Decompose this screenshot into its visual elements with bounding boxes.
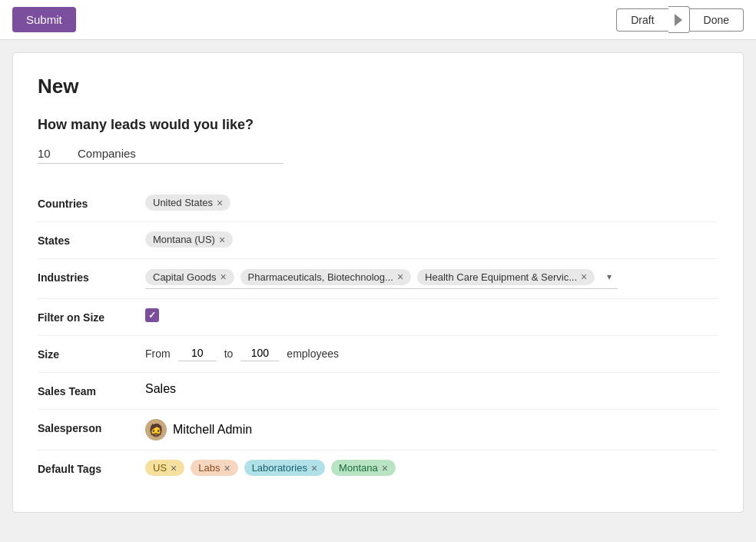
size-inputs: From to employees [145,345,339,361]
leads-type-label: Companies [78,147,136,160]
avatar: 🧔 [145,419,167,441]
form-rows: Countries United States × States Montana… [38,185,718,487]
salesperson-value: 🧔 Mitchell Admin [145,419,718,441]
salesperson-name: Mitchell Admin [173,423,252,437]
tag-label: Pharmaceuticals, Biotechnolog... [248,271,393,283]
industries-dropdown-button[interactable]: ▾ [601,268,618,285]
remove-pharmaceuticals-icon[interactable]: × [397,271,403,282]
size-row: Size From to employees [38,336,718,373]
checkmark-icon: ✓ [148,310,156,321]
sales-team-label: Sales Team [38,382,145,397]
tag-laboratories: Laboratories × [244,460,325,476]
remove-laboratories-tag-icon[interactable]: × [311,463,317,474]
size-from-label: From [145,347,171,360]
filter-on-size-label: Filter on Size [38,308,145,324]
states-row: States Montana (US) × [38,222,718,259]
sales-team-text: Sales [145,382,176,396]
top-bar: Submit Draft Done [0,0,756,40]
size-to-input[interactable] [240,345,279,361]
page-wrapper: Submit Draft Done New How many leads wou… [0,0,756,542]
filter-on-size-checkbox[interactable]: ✓ [145,308,159,322]
size-value: From to employees [145,345,718,361]
tag-label: Laboratories [252,462,307,474]
default-tags-row: Default Tags US × Labs × Laboratories × [38,451,718,487]
states-label: States [38,231,145,247]
remove-health-care-icon[interactable]: × [581,271,587,282]
salesperson-label: Salesperson [38,419,145,434]
tag-label: Labs [198,462,220,474]
submit-button[interactable]: Submit [12,7,76,32]
tag-montana-default: Montana × [331,460,396,476]
default-tags-value: US × Labs × Laboratories × Montana × [145,460,718,476]
tag-label: United States [153,197,213,208]
industries-row: Industries Capital Goods × Pharmaceutica… [38,259,718,299]
tag-pharmaceuticals: Pharmaceuticals, Biotechnolog... × [240,269,412,285]
remove-united-states-icon[interactable]: × [217,198,223,208]
tag-label: Health Care Equipment & Servic... [425,271,577,283]
remove-montana-icon[interactable]: × [219,234,225,245]
industries-value: Capital Goods × Pharmaceuticals, Biotech… [145,268,718,289]
avatar-emoji: 🧔 [148,423,164,437]
chevron-right-icon [675,14,682,26]
tag-health-care: Health Care Equipment & Servic... × [417,269,595,285]
tag-label: Capital Goods [153,271,216,283]
sales-team-row: Sales Team Sales [38,373,718,410]
filter-on-size-row: Filter on Size ✓ [38,299,718,336]
size-suffix: employees [287,347,339,360]
size-label: Size [38,345,145,361]
salesperson-row: Salesperson 🧔 Mitchell Admin [38,410,718,451]
industries-label: Industries [38,268,145,284]
tag-label: Montana (US) [153,234,215,245]
page-title: New [38,75,718,98]
countries-row: Countries United States × [38,185,718,222]
status-arrow-chevron [668,6,690,33]
tag-label: Montana [339,462,378,474]
remove-labs-tag-icon[interactable]: × [224,463,230,474]
status-bar: Draft Done [616,6,744,33]
countries-label: Countries [38,195,145,210]
draft-button[interactable]: Draft [616,8,668,32]
remove-montana-tag-icon[interactable]: × [382,463,388,474]
size-from-input[interactable] [178,345,217,361]
countries-value: United States × [145,195,718,211]
leads-row: Companies [38,147,284,164]
leads-count-input[interactable] [38,147,68,160]
sales-team-value: Sales [145,382,718,396]
tag-capital-goods: Capital Goods × [145,269,234,285]
section-question: How many leads would you like? [38,117,718,133]
industries-tags-row: Capital Goods × Pharmaceuticals, Biotech… [145,268,618,289]
default-tags-label: Default Tags [38,460,145,475]
remove-us-tag-icon[interactable]: × [171,463,177,474]
salesperson-info: 🧔 Mitchell Admin [145,419,252,441]
remove-capital-goods-icon[interactable]: × [220,271,226,282]
states-value: Montana (US) × [145,231,718,248]
tag-montana: Montana (US) × [145,231,233,248]
size-to-label: to [224,347,234,360]
tag-label: US [153,462,167,474]
tag-us: US × [145,460,184,476]
done-button[interactable]: Done [690,8,744,32]
content-card: New How many leads would you like? Compa… [12,52,744,513]
filter-on-size-value: ✓ [145,308,718,322]
tag-united-states: United States × [145,195,230,211]
tag-labs: Labs × [191,460,237,476]
